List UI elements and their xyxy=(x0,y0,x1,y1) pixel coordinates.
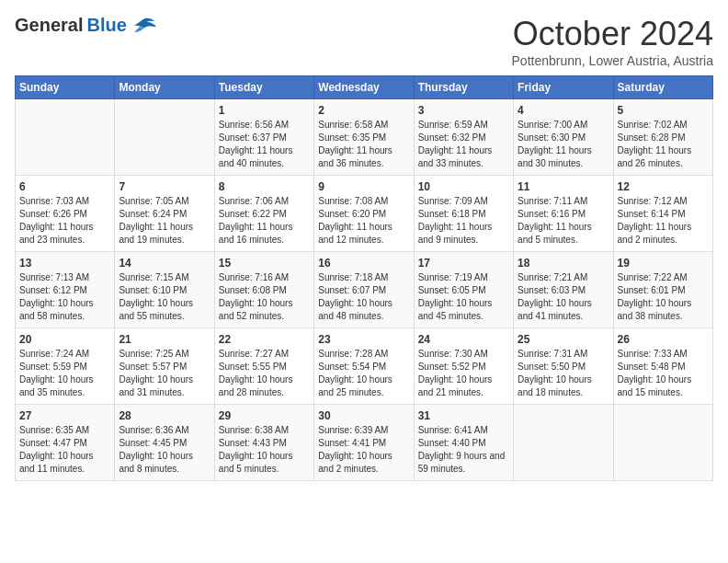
calendar-cell: 6Sunrise: 7:03 AM Sunset: 6:26 PM Daylig… xyxy=(16,176,115,252)
day-header-friday: Friday xyxy=(514,76,613,99)
day-number: 2 xyxy=(318,104,409,117)
day-info: Sunrise: 6:38 AM Sunset: 4:43 PM Dayligh… xyxy=(219,424,310,476)
day-info: Sunrise: 6:58 AM Sunset: 6:35 PM Dayligh… xyxy=(318,119,409,170)
day-info: Sunrise: 7:08 AM Sunset: 6:20 PM Dayligh… xyxy=(318,195,409,247)
calendar-cell xyxy=(514,405,613,481)
logo-bird-icon xyxy=(131,17,156,35)
calendar-cell: 25Sunrise: 7:31 AM Sunset: 5:50 PM Dayli… xyxy=(514,328,613,405)
day-number: 26 xyxy=(618,333,709,346)
calendar-cell: 16Sunrise: 7:18 AM Sunset: 6:07 PM Dayli… xyxy=(314,252,414,328)
calendar-week-2: 6Sunrise: 7:03 AM Sunset: 6:26 PM Daylig… xyxy=(16,176,713,252)
day-info: Sunrise: 7:25 AM Sunset: 5:57 PM Dayligh… xyxy=(119,348,210,399)
calendar-cell: 23Sunrise: 7:28 AM Sunset: 5:54 PM Dayli… xyxy=(314,328,414,405)
day-number: 24 xyxy=(418,333,509,346)
day-info: Sunrise: 7:02 AM Sunset: 6:28 PM Dayligh… xyxy=(618,119,709,170)
day-info: Sunrise: 6:59 AM Sunset: 6:32 PM Dayligh… xyxy=(418,119,509,170)
day-info: Sunrise: 7:19 AM Sunset: 6:05 PM Dayligh… xyxy=(418,271,509,323)
day-number: 17 xyxy=(418,257,509,270)
day-number: 25 xyxy=(518,333,609,346)
calendar-cell: 24Sunrise: 7:30 AM Sunset: 5:52 PM Dayli… xyxy=(414,328,513,405)
calendar-cell: 2Sunrise: 6:58 AM Sunset: 6:35 PM Daylig… xyxy=(314,99,414,176)
logo-blue-text: Blue xyxy=(86,15,126,36)
page-header: General Blue October 2024 Pottenbrunn, L… xyxy=(15,15,713,68)
day-info: Sunrise: 7:05 AM Sunset: 6:24 PM Dayligh… xyxy=(119,195,210,247)
calendar-cell: 5Sunrise: 7:02 AM Sunset: 6:28 PM Daylig… xyxy=(613,99,712,176)
day-info: Sunrise: 7:00 AM Sunset: 6:30 PM Dayligh… xyxy=(518,119,609,170)
day-number: 10 xyxy=(418,180,509,193)
day-info: Sunrise: 6:56 AM Sunset: 6:37 PM Dayligh… xyxy=(219,119,310,170)
day-number: 7 xyxy=(119,180,210,193)
day-info: Sunrise: 7:33 AM Sunset: 5:48 PM Dayligh… xyxy=(618,348,709,399)
day-info: Sunrise: 7:22 AM Sunset: 6:01 PM Dayligh… xyxy=(618,271,709,323)
day-number: 8 xyxy=(219,180,310,193)
day-info: Sunrise: 7:03 AM Sunset: 6:26 PM Dayligh… xyxy=(19,195,110,247)
calendar-cell: 26Sunrise: 7:33 AM Sunset: 5:48 PM Dayli… xyxy=(613,328,712,405)
day-number: 1 xyxy=(219,104,310,117)
calendar-week-3: 13Sunrise: 7:13 AM Sunset: 6:12 PM Dayli… xyxy=(16,252,713,328)
day-info: Sunrise: 7:21 AM Sunset: 6:03 PM Dayligh… xyxy=(518,271,609,323)
day-number: 9 xyxy=(318,180,409,193)
calendar-week-4: 20Sunrise: 7:24 AM Sunset: 5:59 PM Dayli… xyxy=(16,328,713,405)
month-title: October 2024 xyxy=(512,15,713,53)
day-header-tuesday: Tuesday xyxy=(214,76,313,99)
day-number: 11 xyxy=(518,180,609,193)
day-info: Sunrise: 7:30 AM Sunset: 5:52 PM Dayligh… xyxy=(418,348,509,399)
calendar-cell: 14Sunrise: 7:15 AM Sunset: 6:10 PM Dayli… xyxy=(115,252,214,328)
day-info: Sunrise: 7:24 AM Sunset: 5:59 PM Dayligh… xyxy=(19,348,110,399)
day-number: 28 xyxy=(119,409,210,422)
day-info: Sunrise: 6:35 AM Sunset: 4:47 PM Dayligh… xyxy=(19,424,110,476)
title-block: October 2024 Pottenbrunn, Lower Austria,… xyxy=(512,15,713,68)
day-header-wednesday: Wednesday xyxy=(314,76,414,99)
day-info: Sunrise: 7:11 AM Sunset: 6:16 PM Dayligh… xyxy=(518,195,609,247)
calendar-cell: 11Sunrise: 7:11 AM Sunset: 6:16 PM Dayli… xyxy=(514,176,613,252)
day-info: Sunrise: 7:18 AM Sunset: 6:07 PM Dayligh… xyxy=(318,271,409,323)
day-number: 15 xyxy=(219,257,310,270)
day-number: 16 xyxy=(318,257,409,270)
day-number: 3 xyxy=(418,104,509,117)
calendar-cell: 18Sunrise: 7:21 AM Sunset: 6:03 PM Dayli… xyxy=(514,252,613,328)
day-number: 23 xyxy=(318,333,409,346)
day-info: Sunrise: 7:31 AM Sunset: 5:50 PM Dayligh… xyxy=(518,348,609,399)
day-info: Sunrise: 6:36 AM Sunset: 4:45 PM Dayligh… xyxy=(119,424,210,476)
day-info: Sunrise: 7:12 AM Sunset: 6:14 PM Dayligh… xyxy=(618,195,709,247)
calendar-cell: 17Sunrise: 7:19 AM Sunset: 6:05 PM Dayli… xyxy=(414,252,513,328)
day-number: 12 xyxy=(618,180,709,193)
day-info: Sunrise: 7:16 AM Sunset: 6:08 PM Dayligh… xyxy=(219,271,310,323)
day-number: 13 xyxy=(19,257,110,270)
calendar-cell: 4Sunrise: 7:00 AM Sunset: 6:30 PM Daylig… xyxy=(514,99,613,176)
calendar-cell: 10Sunrise: 7:09 AM Sunset: 6:18 PM Dayli… xyxy=(414,176,513,252)
day-number: 20 xyxy=(19,333,110,346)
day-number: 27 xyxy=(19,409,110,422)
calendar-cell: 30Sunrise: 6:39 AM Sunset: 4:41 PM Dayli… xyxy=(314,405,414,481)
calendar-cell: 7Sunrise: 7:05 AM Sunset: 6:24 PM Daylig… xyxy=(115,176,214,252)
day-number: 18 xyxy=(518,257,609,270)
day-number: 14 xyxy=(119,257,210,270)
day-header-thursday: Thursday xyxy=(414,76,513,99)
calendar-week-5: 27Sunrise: 6:35 AM Sunset: 4:47 PM Dayli… xyxy=(16,405,713,481)
day-info: Sunrise: 7:09 AM Sunset: 6:18 PM Dayligh… xyxy=(418,195,509,247)
day-number: 21 xyxy=(119,333,210,346)
calendar-cell: 20Sunrise: 7:24 AM Sunset: 5:59 PM Dayli… xyxy=(16,328,115,405)
calendar-cell: 19Sunrise: 7:22 AM Sunset: 6:01 PM Dayli… xyxy=(613,252,712,328)
calendar-cell: 22Sunrise: 7:27 AM Sunset: 5:55 PM Dayli… xyxy=(214,328,313,405)
calendar-cell xyxy=(115,99,214,176)
calendar-cell: 28Sunrise: 6:36 AM Sunset: 4:45 PM Dayli… xyxy=(115,405,214,481)
calendar-table: SundayMondayTuesdayWednesdayThursdayFrid… xyxy=(15,75,713,481)
day-number: 31 xyxy=(418,409,509,422)
day-header-saturday: Saturday xyxy=(613,76,712,99)
day-info: Sunrise: 7:27 AM Sunset: 5:55 PM Dayligh… xyxy=(219,348,310,399)
calendar-cell xyxy=(16,99,115,176)
calendar-cell: 3Sunrise: 6:59 AM Sunset: 6:32 PM Daylig… xyxy=(414,99,513,176)
day-info: Sunrise: 7:28 AM Sunset: 5:54 PM Dayligh… xyxy=(318,348,409,399)
calendar-cell: 29Sunrise: 6:38 AM Sunset: 4:43 PM Dayli… xyxy=(214,405,313,481)
day-info: Sunrise: 6:39 AM Sunset: 4:41 PM Dayligh… xyxy=(318,424,409,476)
day-header-monday: Monday xyxy=(115,76,214,99)
day-number: 6 xyxy=(19,180,110,193)
day-number: 19 xyxy=(618,257,709,270)
day-info: Sunrise: 7:13 AM Sunset: 6:12 PM Dayligh… xyxy=(19,271,110,323)
calendar-cell: 27Sunrise: 6:35 AM Sunset: 4:47 PM Dayli… xyxy=(16,405,115,481)
calendar-cell: 13Sunrise: 7:13 AM Sunset: 6:12 PM Dayli… xyxy=(16,252,115,328)
calendar-cell: 9Sunrise: 7:08 AM Sunset: 6:20 PM Daylig… xyxy=(314,176,414,252)
day-header-sunday: Sunday xyxy=(16,76,115,99)
day-number: 29 xyxy=(219,409,310,422)
